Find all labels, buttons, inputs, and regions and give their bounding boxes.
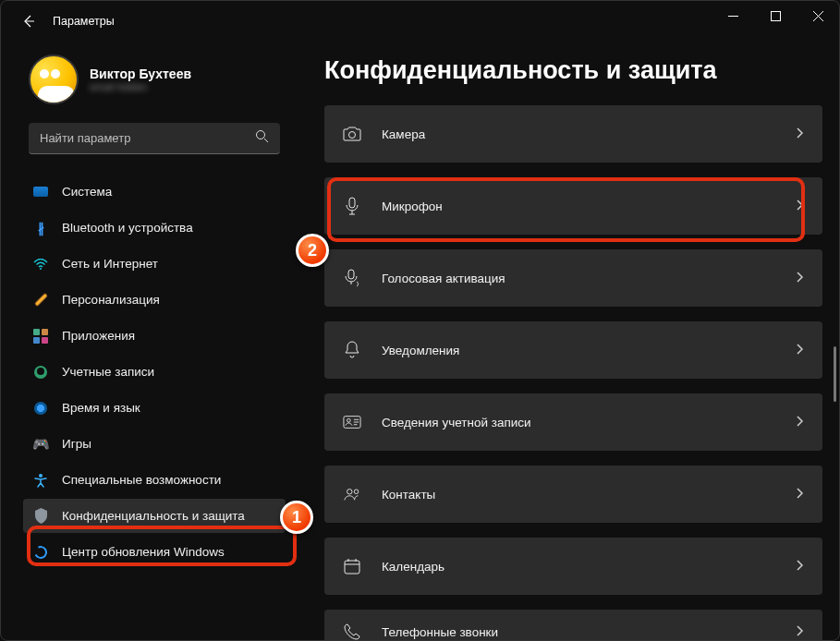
gamepad-icon: 🎮 — [32, 436, 49, 453]
sidebar-item-label: Приложения — [62, 329, 135, 343]
svg-rect-5 — [349, 198, 355, 208]
svg-point-4 — [349, 132, 356, 139]
display-icon — [32, 184, 49, 200]
sidebar-item-label: Время и язык — [62, 401, 140, 415]
setting-voice-activation[interactable]: Голосовая активация — [324, 249, 822, 307]
avatar — [29, 54, 79, 104]
user-block[interactable]: Виктор Бухтеев email hidden — [29, 54, 286, 104]
svg-point-1 — [257, 131, 265, 139]
maximize-button[interactable] — [754, 1, 797, 30]
sidebar-item-privacy[interactable]: Конфиденциальность и защита — [23, 499, 286, 533]
setting-label: Календарь — [382, 560, 444, 574]
globe-icon — [32, 400, 49, 417]
sidebar: Виктор Бухтеев email hidden Система ∦ Bl… — [1, 42, 297, 640]
setting-label: Сведения учетной записи — [382, 416, 531, 429]
sidebar-item-apps[interactable]: Приложения — [23, 319, 286, 353]
setting-camera[interactable]: Камера — [324, 105, 822, 163]
setting-contacts[interactable]: Контакты — [324, 466, 822, 523]
apps-icon — [32, 328, 49, 345]
contacts-icon — [343, 485, 361, 503]
sidebar-item-accounts[interactable]: Учетные записи — [23, 355, 286, 389]
svg-rect-0 — [771, 11, 780, 20]
main-content: Конфиденциальность и защита Камера Микро… — [297, 42, 839, 640]
setting-notifications[interactable]: Уведомления — [324, 321, 822, 379]
sidebar-item-system[interactable]: Система — [23, 175, 286, 209]
sidebar-item-label: Система — [62, 185, 112, 199]
sidebar-nav: Система ∦ Bluetooth и устройства Сеть и … — [23, 175, 286, 569]
minimize-icon — [728, 11, 738, 21]
chevron-right-icon — [797, 623, 804, 640]
chevron-right-icon — [797, 198, 804, 214]
svg-rect-6 — [348, 270, 354, 279]
close-button[interactable] — [797, 1, 839, 30]
wifi-icon — [32, 256, 49, 272]
shield-icon — [32, 508, 49, 525]
sidebar-item-label: Специальные возможности — [62, 473, 221, 487]
sidebar-item-time-language[interactable]: Время и язык — [23, 391, 286, 425]
sidebar-item-label: Конфиденциальность и защита — [62, 509, 245, 523]
app-title: Параметры — [53, 15, 115, 28]
sidebar-item-bluetooth[interactable]: ∦ Bluetooth и устройства — [23, 211, 286, 245]
scrollbar-thumb[interactable] — [834, 346, 836, 402]
setting-label: Контакты — [382, 488, 435, 502]
svg-point-9 — [347, 490, 352, 494]
svg-point-2 — [40, 268, 42, 270]
setting-label: Телефонные звонки — [382, 625, 498, 639]
person-icon — [32, 364, 49, 381]
search-input[interactable] — [40, 131, 255, 145]
sidebar-item-label: Учетные записи — [62, 365, 154, 379]
setting-label: Микрофон — [382, 200, 443, 213]
sidebar-item-label: Центр обновления Windows — [62, 545, 225, 559]
chevron-right-icon — [797, 126, 804, 142]
chevron-right-icon — [797, 414, 804, 430]
setting-label: Камера — [382, 127, 425, 141]
setting-account-info[interactable]: Сведения учетной записи — [324, 393, 822, 451]
microphone-icon — [343, 197, 361, 215]
arrow-left-icon — [21, 14, 36, 29]
calendar-icon — [343, 557, 361, 575]
bell-icon — [343, 341, 361, 359]
sidebar-item-label: Персонализация — [62, 293, 160, 307]
close-icon — [813, 11, 823, 21]
setting-label: Голосовая активация — [382, 272, 505, 285]
brush-icon — [32, 292, 49, 308]
chevron-right-icon — [797, 486, 804, 502]
camera-icon — [343, 125, 361, 143]
sidebar-item-accessibility[interactable]: Специальные возможности — [23, 463, 286, 497]
voice-icon — [343, 269, 361, 287]
setting-phone-calls[interactable]: Телефонные звонки — [324, 610, 822, 640]
setting-calendar[interactable]: Календарь — [324, 538, 822, 595]
page-title: Конфиденциальность и защита — [324, 56, 822, 85]
sidebar-item-label: Игры — [62, 437, 91, 451]
search-icon — [255, 129, 269, 147]
sidebar-item-label: Сеть и Интернет — [62, 257, 158, 271]
svg-point-10 — [354, 490, 359, 494]
bluetooth-icon: ∦ — [32, 220, 49, 236]
setting-microphone[interactable]: Микрофон — [324, 177, 822, 235]
chevron-right-icon — [797, 270, 804, 286]
sidebar-item-gaming[interactable]: 🎮 Игры — [23, 427, 286, 461]
id-card-icon — [343, 413, 361, 431]
sidebar-item-personalization[interactable]: Персонализация — [23, 283, 286, 317]
accessibility-icon — [32, 472, 49, 489]
sidebar-item-windows-update[interactable]: Центр обновления Windows — [23, 535, 286, 569]
user-name: Виктор Бухтеев — [90, 67, 191, 81]
svg-point-8 — [347, 418, 351, 422]
svg-rect-11 — [345, 561, 359, 574]
chevron-right-icon — [797, 342, 804, 358]
back-button[interactable] — [18, 10, 40, 32]
search-box[interactable] — [29, 123, 280, 154]
maximize-icon — [771, 11, 781, 21]
titlebar: Параметры — [1, 1, 839, 42]
sidebar-item-label: Bluetooth и устройства — [62, 221, 193, 235]
update-icon — [32, 544, 49, 561]
phone-icon — [343, 623, 361, 640]
user-email: email hidden — [90, 81, 191, 92]
chevron-right-icon — [797, 558, 804, 574]
settings-list: Камера Микрофон Голосовая активация — [324, 105, 822, 640]
sidebar-item-network[interactable]: Сеть и Интернет — [23, 247, 286, 281]
minimize-button[interactable] — [712, 1, 754, 30]
setting-label: Уведомления — [382, 344, 459, 357]
svg-point-3 — [39, 474, 43, 478]
